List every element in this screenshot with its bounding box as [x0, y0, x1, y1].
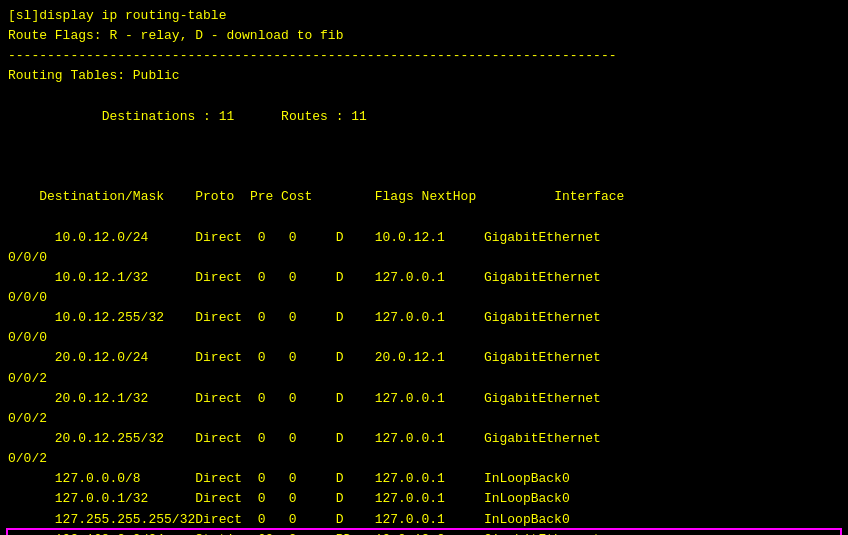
table-row: 192.168.2.0/24 Static 60 0 RD 10.0.12.2 …: [8, 530, 840, 535]
separator-line: ----------------------------------------…: [8, 46, 840, 66]
table-row-continuation: 0/0/0: [8, 288, 840, 308]
routing-table-rows: 10.0.12.0/24 Direct 0 0 D 10.0.12.1 Giga…: [8, 228, 840, 535]
table-row: 10.0.12.255/32 Direct 0 0 D 127.0.0.1 Gi…: [8, 308, 840, 328]
table-row: 20.0.12.1/32 Direct 0 0 D 127.0.0.1 Giga…: [8, 389, 840, 409]
route-flags-line: Route Flags: R - relay, D - download to …: [8, 26, 840, 46]
stats-line: Destinations : 11 Routes : 11: [8, 87, 840, 147]
col-interface: Interface: [554, 189, 624, 204]
table-row-continuation: 0/0/2: [8, 449, 840, 469]
table-row: 10.0.12.1/32 Direct 0 0 D 127.0.0.1 Giga…: [8, 268, 840, 288]
table-row-continuation: 0/0/2: [8, 369, 840, 389]
col-nexthop: NextHop: [422, 189, 477, 204]
routing-tables-label: Routing Tables: Public: [8, 66, 840, 86]
col-destination: Destination/Mask: [39, 189, 164, 204]
table-row: 127.0.0.0/8 Direct 0 0 D 127.0.0.1 InLoo…: [8, 469, 840, 489]
table-row: 20.0.12.255/32 Direct 0 0 D 127.0.0.1 Gi…: [8, 429, 840, 449]
table-row-continuation: 0/0/0: [8, 328, 840, 348]
col-proto: Proto: [195, 189, 234, 204]
table-row: 127.0.0.1/32 Direct 0 0 D 127.0.0.1 InLo…: [8, 489, 840, 509]
terminal-window: [sl]display ip routing-table Route Flags…: [0, 0, 848, 535]
col-pre: Pre: [250, 189, 273, 204]
blank-line: [8, 147, 840, 167]
table-row: 127.255.255.255/32Direct 0 0 D 127.0.0.1…: [8, 510, 840, 530]
column-headers: Destination/Mask Proto Pre Cost Flags Ne…: [8, 167, 840, 227]
table-row: 10.0.12.0/24 Direct 0 0 D 10.0.12.1 Giga…: [8, 228, 840, 248]
table-row-continuation: 0/0/2: [8, 409, 840, 429]
table-row-continuation: 0/0/0: [8, 248, 840, 268]
table-row: 20.0.12.0/24 Direct 0 0 D 20.0.12.1 Giga…: [8, 348, 840, 368]
col-cost: Cost: [281, 189, 312, 204]
command-line: [sl]display ip routing-table: [8, 6, 840, 26]
destinations-stat: Destinations : 11 Routes : 11: [39, 109, 367, 124]
col-flags: Flags: [375, 189, 414, 204]
